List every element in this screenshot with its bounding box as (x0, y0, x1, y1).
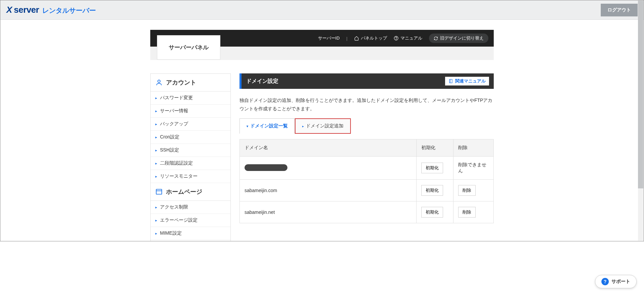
question-circle-icon (394, 36, 398, 41)
sidebar-item-homepage-3[interactable]: ▸.htaccess編集 (151, 240, 230, 241)
svg-rect-3 (156, 189, 162, 194)
sidebar-section-account-label: アカウント (166, 78, 196, 86)
cell-domain: sabameijin.net (240, 201, 417, 223)
sidebar-section-homepage-label: ホームページ (166, 188, 202, 196)
sidebar-item-label: SSH設定 (160, 147, 179, 153)
sidebar-item-account-3[interactable]: ▸Cron設定 (151, 131, 230, 144)
table-row: 初期化削除できません (240, 157, 494, 180)
chevron-right-icon: ▸ (155, 218, 157, 223)
window-icon (155, 188, 163, 195)
domain-table: ドメイン名 初期化 削除 初期化削除できませんsabameijin.com初期化… (239, 139, 494, 223)
sidebar-item-label: リソースモニター (160, 173, 198, 179)
refresh-icon (434, 36, 438, 41)
nav-manual-label: マニュアル (400, 35, 422, 41)
nav-old-design[interactable]: 旧デザインに切り替え (429, 34, 488, 43)
sidebar-item-account-5[interactable]: ▸二段階認証設定 (151, 157, 230, 170)
chevron-right-icon: ▸ (155, 161, 157, 166)
sidebar-item-homepage-2[interactable]: ▸MIME設定 (151, 227, 230, 240)
related-manual-label: 関連マニュアル (455, 78, 486, 84)
sidebar: アカウント ▸パスワード変更▸サーバー情報▸バックアップ▸Cron設定▸SSH設… (150, 73, 231, 241)
cell-init: 初期化 (417, 157, 453, 180)
sidebar-item-account-4[interactable]: ▸SSH設定 (151, 144, 230, 157)
chevron-right-icon: ▸ (155, 135, 157, 139)
chevron-right-icon: ▸ (155, 96, 157, 100)
scrollbar-track[interactable] (638, 1, 643, 241)
cell-domain: sabameijin.com (240, 180, 417, 201)
top-bar: Xserver レンタルサーバー ログアウト (0, 0, 644, 20)
th-domain: ドメイン名 (240, 139, 417, 157)
cell-init: 初期化 (417, 180, 453, 201)
page-description: 独自ドメイン設定の追加、削除を行うことができます。追加したドメイン設定を利用して… (239, 96, 494, 113)
cell-delete: 削除できません (453, 157, 494, 180)
brand-x: X (6, 5, 12, 15)
table-row: sabameijin.net初期化削除 (240, 201, 494, 223)
init-button[interactable]: 初期化 (421, 185, 443, 196)
nav-separator: | (346, 36, 347, 41)
init-button[interactable]: 初期化 (421, 207, 443, 218)
sidebar-item-label: MIME設定 (160, 230, 182, 236)
tab-domain-list[interactable]: ▾ ドメイン設定一覧 (239, 118, 295, 134)
tab-domain-add-label: ドメイン設定追加 (306, 123, 343, 129)
brand-subtitle: レンタルサーバー (42, 6, 96, 15)
page-title: ドメイン設定 (246, 78, 278, 85)
sidebar-item-homepage-0[interactable]: ▸アクセス制限 (151, 201, 230, 214)
nav-manual[interactable]: マニュアル (394, 35, 422, 41)
tab-domain-add[interactable]: ▸ ドメイン設定追加 (295, 118, 351, 134)
logout-button[interactable]: ログアウト (601, 4, 638, 16)
chevron-right-icon: ▸ (302, 124, 304, 128)
svg-rect-5 (449, 79, 452, 83)
sidebar-item-account-1[interactable]: ▸サーバー情報 (151, 105, 230, 118)
nav-old-design-label: 旧デザインに切り替え (440, 35, 484, 41)
nav-panel-top[interactable]: パネルトップ (354, 35, 387, 41)
book-icon (448, 79, 453, 83)
tab-domain-list-label: ドメイン設定一覧 (250, 123, 288, 129)
sidebar-section-account: アカウント (151, 74, 230, 92)
delete-button[interactable]: 削除 (458, 185, 476, 196)
sidebar-item-label: サーバー情報 (160, 108, 188, 114)
sidebar-item-label: バックアップ (160, 121, 188, 127)
scrollbar-thumb[interactable] (638, 1, 643, 188)
related-manual-button[interactable]: 関連マニュアル (445, 77, 489, 85)
init-button[interactable]: 初期化 (421, 163, 443, 173)
sidebar-item-label: Cron設定 (160, 134, 179, 140)
nav-panel-top-label: パネルトップ (361, 35, 387, 41)
chevron-right-icon: ▸ (155, 205, 157, 210)
chevron-right-icon: ▸ (155, 109, 157, 113)
sidebar-item-account-0[interactable]: ▸パスワード変更 (151, 92, 230, 105)
chevron-down-icon: ▾ (247, 124, 248, 128)
sidebar-item-homepage-1[interactable]: ▸エラーページ設定 (151, 214, 230, 227)
server-id-label: サーバーID (318, 35, 340, 41)
th-delete: 削除 (453, 139, 494, 157)
cell-delete: 削除 (453, 201, 494, 223)
sidebar-item-account-2[interactable]: ▸バックアップ (151, 118, 230, 131)
main-panel: ドメイン設定 関連マニュアル 独自ドメイン設定の追加、削除を行うことができます。… (239, 73, 494, 241)
chevron-right-icon: ▸ (155, 231, 157, 236)
home-icon (354, 36, 359, 41)
delete-button[interactable]: 削除 (458, 207, 476, 218)
th-init: 初期化 (417, 139, 453, 157)
brand-logo[interactable]: Xserver レンタルサーバー (6, 5, 96, 15)
table-row: sabameijin.com初期化削除 (240, 180, 494, 201)
sidebar-item-account-6[interactable]: ▸リソースモニター (151, 170, 230, 183)
tabs: ▾ ドメイン設定一覧 ▸ ドメイン設定追加 (239, 118, 494, 134)
cell-domain (240, 157, 417, 180)
svg-point-1 (396, 39, 396, 40)
cell-delete: 削除 (453, 180, 494, 201)
cell-init: 初期化 (417, 201, 453, 223)
panel-badge: サーバーパネル (157, 35, 220, 60)
chevron-right-icon: ▸ (155, 148, 157, 153)
sidebar-section-homepage: ホームページ (151, 183, 230, 201)
sidebar-item-label: パスワード変更 (160, 95, 193, 101)
main-header: ドメイン設定 関連マニュアル (239, 73, 494, 89)
sidebar-item-label: 二段階認証設定 (160, 160, 193, 166)
chevron-right-icon: ▸ (155, 174, 157, 179)
svg-point-2 (158, 80, 160, 82)
brand-server: server (14, 5, 39, 15)
user-icon (155, 79, 163, 86)
masked-domain (245, 164, 287, 171)
sidebar-item-label: エラーページ設定 (160, 217, 198, 223)
sidebar-item-label: アクセス制限 (160, 204, 188, 210)
chevron-right-icon: ▸ (155, 122, 157, 126)
